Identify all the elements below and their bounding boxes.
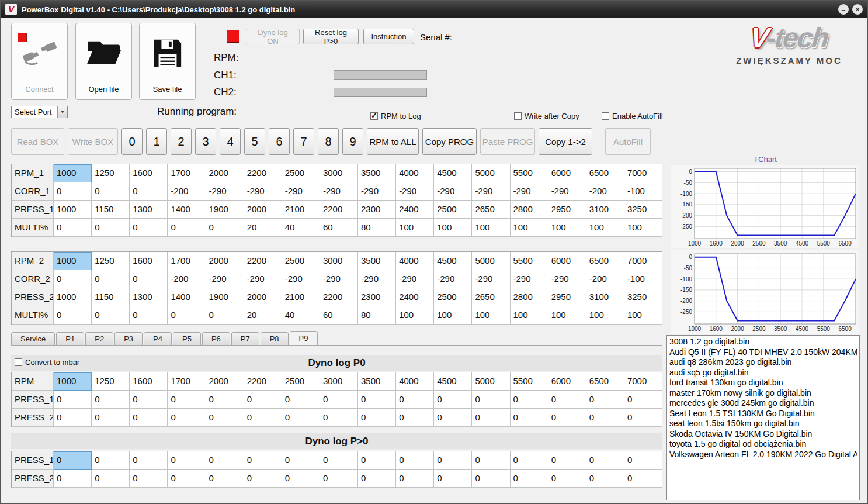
cell-CORR_1-4[interactable]: -290 [206, 182, 244, 201]
cell-PRESS_2-1[interactable]: 0 [92, 470, 130, 488]
file-list-item[interactable]: Skoda Octavia IV 150KM Go Digital.bin [669, 429, 857, 440]
cell-PRESS_1-7[interactable]: 0 [320, 451, 358, 470]
cell-PRESS_1-2[interactable]: 0 [130, 391, 168, 409]
cell-MULTI%-13[interactable]: 100 [548, 219, 586, 237]
cell-RPM_2-9[interactable]: 4000 [396, 252, 434, 270]
cell-MULTI%-9[interactable]: 100 [396, 306, 434, 325]
cell-PRESS_1-7[interactable]: 2200 [320, 201, 358, 219]
cell-RPM_1-13[interactable]: 6000 [548, 164, 586, 182]
cell-RPM_2-0[interactable]: 1000 [54, 252, 92, 270]
cell-PRESS_1-13[interactable]: 0 [548, 391, 586, 409]
file-list-item[interactable]: master 170km nowy silnik go digital.bin [669, 388, 857, 399]
file-list-item[interactable]: ford transit 130km go digital.bin [669, 378, 857, 388]
minimize-button[interactable]: – [838, 4, 849, 15]
cell-PRESS_1-12[interactable]: 0 [511, 391, 548, 409]
cell-RPM-7[interactable]: 3000 [320, 372, 358, 391]
cell-MULTI%-4[interactable]: 0 [206, 219, 244, 237]
cell-PRESS_2-4[interactable]: 0 [206, 409, 244, 427]
checkbox-unchecked-icon[interactable] [15, 358, 22, 366]
cell-PRESS_2-12[interactable]: 0 [511, 409, 548, 427]
cell-PRESS_1-1[interactable]: 0 [92, 451, 130, 470]
cell-PRESS_2-12[interactable]: 2800 [511, 288, 548, 306]
cell-MULTI%-4[interactable]: 0 [206, 306, 244, 325]
cell-RPM-1[interactable]: 1250 [92, 372, 130, 391]
cell-CORR_2-6[interactable]: -290 [282, 270, 320, 288]
cell-PRESS_1-8[interactable]: 2300 [358, 201, 396, 219]
cell-PRESS_2-5[interactable]: 0 [244, 470, 282, 488]
cell-MULTI%-8[interactable]: 80 [358, 219, 396, 237]
cell-PRESS_1-4[interactable]: 0 [206, 391, 244, 409]
cell-MULTI%-2[interactable]: 0 [130, 306, 168, 325]
checkbox-unchecked-icon[interactable] [514, 112, 522, 120]
cell-RPM_1-15[interactable]: 7000 [624, 164, 662, 182]
cell-RPM-0[interactable]: 1000 [54, 372, 92, 391]
titlebar[interactable]: V PowerBox Digital v1.40 - C:\Users\Prod… [1, 1, 867, 18]
cell-RPM_1-1[interactable]: 1250 [92, 164, 130, 182]
cell-RPM-13[interactable]: 6000 [548, 372, 586, 391]
write-box-button[interactable]: Write BOX [68, 128, 118, 155]
file-list-item[interactable]: seat leon 1.5tsi 150km go digital.bin [669, 419, 857, 429]
cell-CORR_1-0[interactable]: 0 [54, 182, 92, 201]
cell-MULTI%-15[interactable]: 100 [624, 219, 662, 237]
cell-PRESS_2-15[interactable]: 0 [624, 470, 662, 488]
digit-button-5[interactable]: 5 [244, 128, 265, 155]
cell-PRESS_2-2[interactable]: 1300 [130, 288, 168, 306]
cell-RPM-3[interactable]: 1700 [168, 372, 206, 391]
cell-PRESS_2-6[interactable]: 0 [282, 409, 320, 427]
cell-RPM_2-1[interactable]: 1250 [92, 252, 130, 270]
cell-RPM-12[interactable]: 5500 [511, 372, 548, 391]
cell-RPM_2-13[interactable]: 6000 [548, 252, 586, 270]
cell-PRESS_1-0[interactable]: 1000 [54, 201, 92, 219]
cell-RPM_2-4[interactable]: 2000 [206, 252, 244, 270]
cell-PRESS_2-0[interactable]: 0 [54, 409, 92, 427]
cell-PRESS_2-4[interactable]: 1900 [206, 288, 244, 306]
tab-p1[interactable]: P1 [56, 332, 84, 345]
cell-PRESS_1-6[interactable]: 0 [282, 451, 320, 470]
cell-PRESS_2-10[interactable]: 2500 [434, 288, 472, 306]
cell-MULTI%-10[interactable]: 100 [434, 219, 472, 237]
cell-PRESS_2-14[interactable]: 3100 [586, 288, 624, 306]
cell-CORR_2-8[interactable]: -290 [358, 270, 396, 288]
cell-PRESS_1-3[interactable]: 0 [168, 391, 206, 409]
copy-prog-button[interactable]: Copy PROG [422, 128, 477, 155]
tab-p4[interactable]: P4 [144, 332, 172, 345]
read-box-button[interactable]: Read BOX [11, 128, 64, 155]
cell-CORR_2-11[interactable]: -290 [472, 270, 510, 288]
cell-PRESS_2-14[interactable]: 0 [586, 470, 624, 488]
reset-log-button[interactable]: Reset log P>0 [303, 29, 359, 44]
cell-CORR_2-4[interactable]: -290 [206, 270, 244, 288]
cell-PRESS_2-9[interactable]: 0 [396, 470, 434, 488]
cell-CORR_1-12[interactable]: -290 [511, 182, 548, 201]
cell-PRESS_2-11[interactable]: 2650 [472, 288, 510, 306]
cell-PRESS_1-10[interactable]: 0 [434, 451, 472, 470]
cell-CORR_1-13[interactable]: -290 [548, 182, 586, 201]
cell-PRESS_2-11[interactable]: 0 [472, 470, 510, 488]
file-list-item[interactable]: 3008 1.2 go digital.bin [669, 337, 857, 347]
cell-MULTI%-10[interactable]: 100 [434, 306, 472, 325]
cell-RPM_2-15[interactable]: 7000 [624, 252, 662, 270]
cell-CORR_2-2[interactable]: 0 [130, 270, 168, 288]
cell-PRESS_2-6[interactable]: 0 [282, 470, 320, 488]
cell-CORR_2-9[interactable]: -290 [396, 270, 434, 288]
digit-button-2[interactable]: 2 [171, 128, 192, 155]
cell-PRESS_2-0[interactable]: 0 [54, 470, 92, 488]
cell-RPM_1-8[interactable]: 3500 [358, 164, 396, 182]
rpm-to-all-button[interactable]: RPM to ALL [367, 128, 419, 155]
write-after-copy-checkbox[interactable]: Write after Copy [514, 112, 579, 120]
cell-MULTI%-6[interactable]: 40 [282, 306, 320, 325]
digit-button-7[interactable]: 7 [293, 128, 314, 155]
cell-PRESS_2-9[interactable]: 0 [396, 409, 434, 427]
cell-RPM_2-10[interactable]: 4500 [434, 252, 472, 270]
cell-RPM_1-5[interactable]: 2200 [244, 164, 282, 182]
tab-p8[interactable]: P8 [261, 332, 289, 345]
cell-PRESS_2-14[interactable]: 0 [586, 409, 624, 427]
cell-MULTI%-15[interactable]: 100 [624, 306, 662, 325]
cell-CORR_1-10[interactable]: -290 [434, 182, 472, 201]
cell-PRESS_1-11[interactable]: 2650 [472, 201, 510, 219]
cell-RPM-2[interactable]: 1600 [130, 372, 168, 391]
file-list-item[interactable]: Audi Q5 II (FY FL) 40 TDI MHEV 2.0 150kW… [669, 347, 857, 358]
cell-PRESS_2-15[interactable]: 0 [624, 409, 662, 427]
cell-PRESS_1-5[interactable]: 2000 [244, 201, 282, 219]
cell-PRESS_2-13[interactable]: 0 [548, 470, 586, 488]
cell-MULTI%-7[interactable]: 60 [320, 306, 358, 325]
